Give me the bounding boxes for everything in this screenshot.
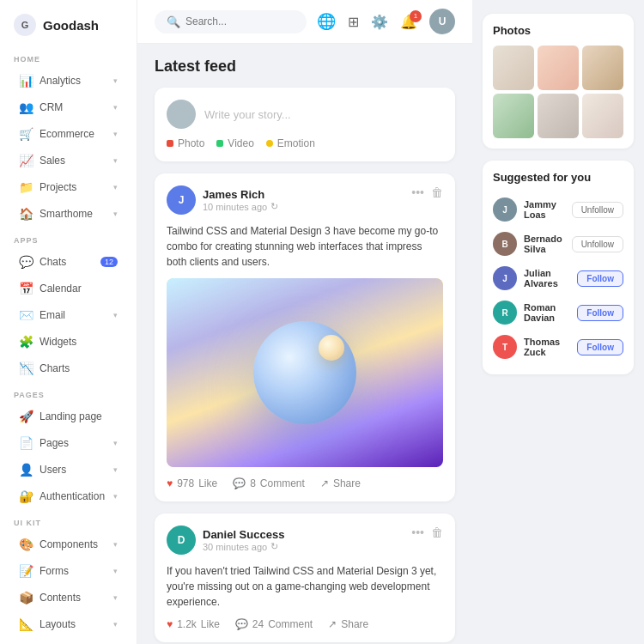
- post-header: J James Rich 10 minutes ago ↻ ••• 🗑: [167, 185, 443, 215]
- sidebar-item-components[interactable]: 🎨 Components ▾: [5, 532, 131, 557]
- sidebar-item-projects[interactable]: 📁 Projects ▾: [5, 174, 131, 200]
- photo-3[interactable]: [582, 46, 623, 90]
- logo-icon: G: [14, 14, 36, 36]
- nav-badge: 12: [100, 257, 118, 267]
- nav-label: Layouts: [39, 618, 76, 630]
- photo-2[interactable]: [538, 46, 579, 90]
- follow-button[interactable]: Follow: [577, 339, 623, 355]
- notification-badge: 1: [410, 10, 422, 22]
- app-logo: G Goodash: [0, 0, 137, 46]
- sidebar-item-layouts[interactable]: 📐 Layouts ▾: [5, 611, 131, 637]
- user-avatar[interactable]: U: [429, 9, 455, 34]
- photos-section: Photos: [483, 14, 634, 149]
- post-card: J James Rich 10 minutes ago ↻ ••• 🗑 Tail…: [155, 173, 455, 501]
- sidebar-item-users[interactable]: 👤 Users ▾: [5, 457, 131, 483]
- nav-label: Pages: [39, 437, 69, 449]
- sidebar-item-sales[interactable]: 📈 Sales ▾: [5, 148, 131, 173]
- photo-6[interactable]: [582, 94, 623, 138]
- sidebar-item-calendar[interactable]: 📅 Calendar: [5, 276, 131, 301]
- sidebar-item-smarthome[interactable]: 🏠 Smarthome ▾: [5, 201, 131, 227]
- topbar-icons: 🌐 ⊞ ⚙️ 🔔 1 U: [317, 9, 455, 34]
- emotion-action[interactable]: Emotion: [266, 137, 315, 149]
- nav-label: Projects: [39, 181, 76, 193]
- like-label: Like: [198, 477, 217, 489]
- nav-icon: 📦: [19, 591, 33, 605]
- post-avatar: J: [167, 185, 196, 215]
- video-action[interactable]: Video: [216, 137, 253, 149]
- more-icon[interactable]: •••: [411, 185, 424, 199]
- share-action[interactable]: ↗ Share: [328, 618, 368, 630]
- post-avatar: D: [167, 526, 196, 555]
- nav-label: Users: [39, 464, 66, 476]
- nav-item-left: 🧩 Widgets: [19, 335, 76, 349]
- search-box[interactable]: 🔍: [155, 10, 307, 33]
- nav-label: Smarthome: [39, 208, 93, 220]
- photo-1[interactable]: [493, 46, 534, 90]
- sidebar-item-pages[interactable]: 📄 Pages ▾: [5, 430, 131, 456]
- like-count: 978: [177, 477, 194, 489]
- like-action[interactable]: ♥ 978 Like: [167, 477, 217, 489]
- nav-item-left: ✉️ Email: [19, 308, 65, 322]
- sidebar-item-analytics[interactable]: 📊 Analytics ▾: [5, 68, 131, 94]
- photo-action[interactable]: Photo: [167, 137, 204, 149]
- like-label: Like: [201, 618, 220, 630]
- delete-icon[interactable]: 🗑: [431, 185, 443, 199]
- photo-5[interactable]: [538, 94, 579, 138]
- nav-label: Widgets: [39, 336, 76, 348]
- notification-icon[interactable]: 🔔 1: [400, 14, 417, 30]
- translate-icon[interactable]: 🌐: [317, 12, 336, 31]
- sidebar-item-widgets[interactable]: 🧩 Widgets: [5, 329, 131, 355]
- unfollow-button[interactable]: Unfollow: [572, 202, 623, 218]
- nav-icon: 📐: [19, 617, 33, 631]
- post-image-inner: [167, 278, 443, 467]
- nav-item-left: 🚀 Landing page: [19, 410, 102, 423]
- search-input[interactable]: [185, 15, 295, 27]
- nav-label: CRM: [39, 101, 63, 113]
- story-avatar: [167, 100, 196, 129]
- post-actions: ♥ 978 Like 💬 8 Comment ↗ Share: [167, 477, 443, 489]
- follow-button[interactable]: Follow: [577, 270, 623, 287]
- sidebar-section-label: HOME: [0, 46, 137, 67]
- heart-icon: ♥: [167, 477, 173, 489]
- comment-action[interactable]: 💬 8 Comment: [233, 477, 305, 489]
- sidebar-item-email[interactable]: ✉️ Email ▾: [5, 302, 131, 328]
- sidebar-item-authentication[interactable]: 🔐 Authentication ▾: [5, 483, 131, 509]
- unfollow-button[interactable]: Unfollow: [572, 236, 623, 252]
- nav-item-left: 📝 Forms: [19, 564, 69, 578]
- nav-label: Chats: [39, 256, 66, 268]
- suggest-item: T Thomas Zuck Follow: [493, 330, 623, 364]
- nav-icon: 🚀: [19, 410, 33, 423]
- settings-icon[interactable]: ⚙️: [371, 14, 388, 30]
- delete-icon[interactable]: 🗑: [431, 526, 443, 539]
- like-action[interactable]: ♥ 1.2k Like: [167, 618, 220, 630]
- photo-4[interactable]: [493, 94, 534, 138]
- share-action[interactable]: ↗ Share: [320, 477, 361, 489]
- chevron-icon: ▾: [113, 492, 118, 501]
- follow-button[interactable]: Follow: [577, 305, 623, 321]
- photo-label: Photo: [178, 137, 204, 149]
- chevron-icon: ▾: [113, 76, 118, 85]
- suggest-item: R Roman Davian Follow: [493, 295, 623, 330]
- comment-action[interactable]: 💬 24 Comment: [235, 618, 313, 630]
- sidebar-section-label: UI KIT: [0, 510, 137, 531]
- story-placeholder[interactable]: Write your story...: [204, 108, 443, 121]
- suggest-avatar: R: [493, 301, 517, 325]
- sidebar-item-landing-page[interactable]: 🚀 Landing page: [5, 404, 131, 429]
- photos-title: Photos: [493, 24, 623, 37]
- nav-label: Calendar: [39, 283, 82, 295]
- grid-icon[interactable]: ⊞: [348, 14, 359, 30]
- share-label: Share: [341, 618, 368, 630]
- sidebar-item-chats[interactable]: 💬 Chats 12: [5, 249, 131, 275]
- nav-icon: 📈: [19, 154, 33, 167]
- sidebar-item-crm[interactable]: 👥 CRM ▾: [5, 94, 131, 120]
- sidebar-item-contents[interactable]: 📦 Contents ▾: [5, 585, 131, 611]
- chevron-icon: ▾: [113, 439, 118, 447]
- sidebar-item-ecommerce[interactable]: 🛒 Ecommerce ▾: [5, 121, 131, 147]
- suggest-avatar: B: [493, 232, 517, 256]
- feed-title: Latest feed: [155, 58, 455, 76]
- sidebar-item-forms[interactable]: 📝 Forms ▾: [5, 558, 131, 584]
- comment-count: 8: [250, 477, 256, 489]
- more-icon[interactable]: •••: [411, 526, 424, 539]
- chevron-icon: ▾: [113, 540, 118, 549]
- sidebar-item-charts[interactable]: 📉 Charts: [5, 355, 131, 381]
